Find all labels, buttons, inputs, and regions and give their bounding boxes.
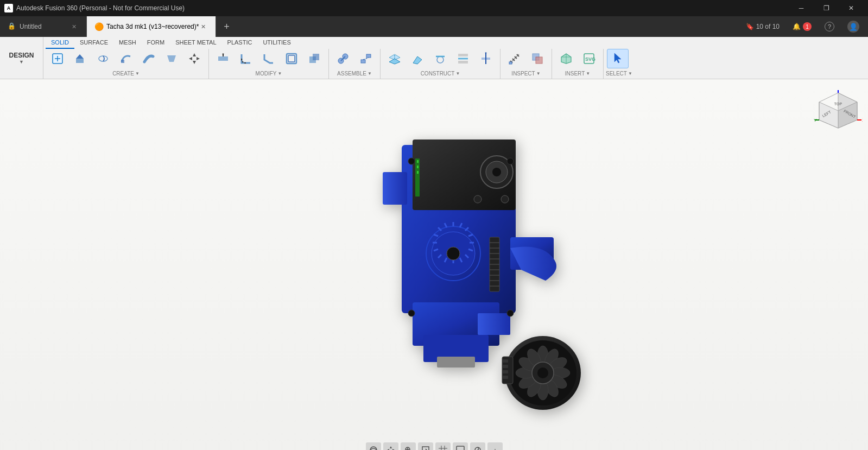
svg-rect-33 (458, 61, 468, 64)
fit-button[interactable] (418, 442, 433, 450)
plane-at-angle-button[interactable] (407, 49, 428, 68)
select-button[interactable] (607, 49, 629, 68)
svg-rect-59 (415, 159, 420, 197)
svg-point-98 (408, 310, 415, 316)
design-mode-button[interactable]: DESIGN ▼ (0, 37, 43, 79)
measure-viewport-button[interactable] (487, 442, 503, 450)
tab-tacha-close[interactable]: ✕ (199, 22, 208, 31)
tab-lock-icon: 🔒 (8, 22, 16, 31)
inspect-label-row: INSPECT ▼ (500, 71, 552, 79)
svg-marker-28 (413, 56, 422, 64)
modify-label: MODIFY (256, 71, 277, 77)
bottom-toolbar (366, 442, 503, 450)
3d-viewport[interactable]: TOP FRONT LEFT X Y Z (0, 79, 868, 450)
help-btn[interactable]: ? (820, 20, 839, 34)
svg-marker-8 (193, 53, 196, 56)
svg-rect-6 (121, 60, 124, 63)
offset-plane-button[interactable] (384, 49, 406, 68)
svg-marker-10 (189, 57, 192, 60)
svg-rect-57 (437, 357, 475, 367)
select-arrow-icon: ▼ (628, 71, 632, 76)
construct-section: CONSTRUCT ▼ (381, 49, 500, 79)
shell-button[interactable] (281, 49, 302, 68)
insert-label-row: INSERT ▼ (552, 71, 603, 79)
titlebar-left: A Autodesk Fusion 360 (Personal - Not fo… (4, 4, 185, 12)
pan-button[interactable] (383, 442, 398, 450)
select-label: SELECT (606, 71, 627, 77)
svg-marker-9 (193, 61, 196, 64)
axis-button[interactable] (475, 49, 497, 68)
as-built-joint-button[interactable] (355, 49, 377, 68)
press-pull-button[interactable] (212, 49, 234, 68)
new-component-button[interactable] (47, 49, 68, 68)
tab-untitled[interactable]: 🔒 Untitled ✕ (0, 16, 87, 37)
revolve-button[interactable] (92, 49, 114, 68)
sweep-button[interactable] (115, 49, 137, 68)
svg-point-97 (408, 158, 415, 164)
view-cube[interactable]: TOP FRONT LEFT X Y Z (814, 90, 857, 134)
svg-rect-32 (458, 54, 468, 56)
pipe-button[interactable] (138, 49, 160, 68)
svg-text:Y: Y (814, 118, 817, 123)
loft-button[interactable] (161, 49, 182, 68)
tangent-plane-button[interactable] (429, 49, 451, 68)
svg-rect-45 (536, 57, 542, 64)
interference-button[interactable] (527, 49, 548, 68)
svg-point-86 (447, 247, 460, 260)
tab-surface[interactable]: SURFACE (74, 37, 113, 49)
tab-plastic[interactable]: PLASTIC (222, 37, 258, 49)
tab-solid[interactable]: SOLID (46, 37, 74, 49)
tab-add-button[interactable]: + (216, 16, 237, 37)
tab-tacha-label: Tacha 3d mk1 (v13~recovered)* (106, 23, 199, 30)
svg-marker-50 (614, 53, 621, 63)
combine-button[interactable] (303, 49, 325, 68)
move-button[interactable] (183, 49, 205, 68)
notification-bell-icon: 🔔 (793, 23, 801, 30)
tab-utilities[interactable]: UTILITIES (257, 37, 296, 49)
tab-tacha[interactable]: 🟠 Tacha 3d mk1 (v13~recovered)* ✕ (87, 16, 216, 37)
chamfer-button[interactable] (258, 49, 280, 68)
fillet-button[interactable] (235, 49, 257, 68)
version-control[interactable]: 🔖 10 of 10 (742, 21, 784, 33)
tab-form[interactable]: FORM (142, 37, 170, 49)
measure-button[interactable] (504, 49, 525, 68)
zoom-button[interactable] (401, 442, 416, 450)
insert-label: INSERT (565, 71, 585, 77)
svg-text:X: X (862, 118, 863, 123)
midplane-button[interactable] (452, 49, 474, 68)
insert-svg-button[interactable]: SVG (578, 49, 600, 68)
modify-arrow-icon: ▼ (277, 71, 282, 76)
svg-marker-35 (458, 58, 468, 60)
tab-sheet-metal[interactable]: SHEET METAL (170, 37, 221, 49)
appearance-button[interactable] (470, 442, 485, 450)
svg-point-99 (507, 158, 514, 164)
minimize-button[interactable]: ─ (789, 0, 814, 16)
assemble-label: ASSEMBLE (337, 71, 366, 77)
extrude-button[interactable] (69, 49, 91, 68)
display-settings-button[interactable] (453, 442, 468, 450)
close-button[interactable]: ✕ (839, 0, 864, 16)
assemble-label-row: ASSEMBLE ▼ (329, 71, 380, 79)
tab-untitled-close[interactable]: ✕ (69, 22, 79, 31)
titlebar-controls: ─ ❐ ✕ (789, 0, 864, 16)
svg-rect-52 (383, 172, 407, 205)
svg-rect-16 (288, 55, 295, 62)
notification-count: 1 (803, 22, 812, 31)
titlebar: A Autodesk Fusion 360 (Personal - Not fo… (0, 0, 868, 16)
joint-button[interactable] (332, 49, 354, 68)
svg-rect-56 (478, 313, 510, 335)
notifications-btn[interactable]: 🔔 1 (788, 20, 816, 33)
insert-arrow-icon: ▼ (586, 71, 590, 76)
svg-text:SVG: SVG (585, 56, 595, 62)
grid-button[interactable] (435, 442, 451, 450)
svg-point-65 (492, 168, 501, 176)
tab-mesh[interactable]: MESH (113, 37, 142, 49)
select-section: SELECT ▼ (604, 49, 635, 79)
svg-point-67 (501, 195, 509, 203)
svg-marker-136 (390, 446, 392, 448)
construct-label: CONSTRUCT (421, 71, 455, 77)
insert-mesh-button[interactable] (555, 49, 577, 68)
orbit-button[interactable] (366, 442, 381, 450)
user-avatar[interactable]: 👤 (843, 18, 864, 35)
restore-button[interactable]: ❐ (814, 0, 839, 16)
